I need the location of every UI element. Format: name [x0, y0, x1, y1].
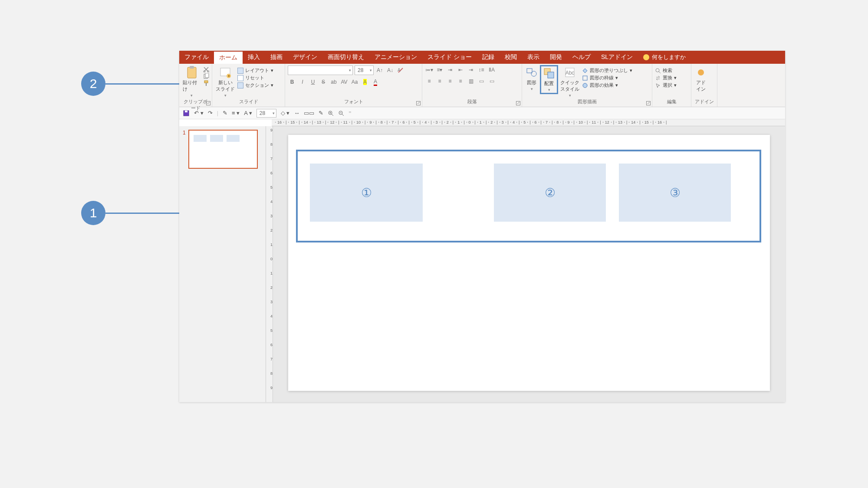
reset-button[interactable]: リセット	[237, 75, 273, 81]
align-text-button[interactable]: ▭	[477, 77, 486, 85]
tell-me-label: 何をしますか	[652, 53, 686, 61]
shape-fill-button[interactable]: 図形の塗りつぶし ▾	[582, 67, 632, 74]
quick-styles-button[interactable]: Abc クイック スタイル▾	[559, 66, 580, 98]
drawing-launcher[interactable]: ⤢	[646, 101, 651, 105]
search-icon	[655, 68, 661, 74]
underline-button[interactable]: U	[309, 78, 317, 86]
group-font: 28 A↑ A↓ A B I U S ab AV Aa A A フォント	[285, 64, 422, 107]
font-color-button[interactable]: A	[371, 78, 380, 86]
shadow-button[interactable]: ab	[329, 78, 338, 86]
tab-help[interactable]: ヘルプ	[567, 51, 596, 64]
tab-design[interactable]: デザイン	[288, 51, 322, 64]
tab-review[interactable]: 校閲	[500, 51, 522, 64]
new-slide-button[interactable]: ✦ 新しい スライド ▾	[215, 66, 236, 98]
section-icon	[237, 82, 243, 88]
cut-button[interactable]	[203, 66, 209, 72]
change-case-button[interactable]: Aa	[350, 78, 359, 86]
addins-button[interactable]: アド イン	[694, 66, 708, 93]
tab-record[interactable]: 記録	[477, 51, 500, 64]
bullets-button[interactable]: ≔▾	[425, 66, 434, 74]
slide-stage[interactable]: ① ② ③	[273, 126, 785, 402]
font-family-combo[interactable]	[288, 66, 353, 75]
qat-zoom-in[interactable]	[328, 110, 334, 116]
shapes-gallery-button[interactable]: 図形▾	[525, 66, 539, 92]
clipboard-launcher[interactable]: ⤢	[206, 101, 210, 105]
columns-button[interactable]: ▥	[467, 77, 475, 85]
arrange-button[interactable]: 配置▾	[540, 66, 558, 94]
tab-developer[interactable]: 開発	[545, 51, 567, 64]
increase-font-button[interactable]: A↑	[375, 66, 384, 75]
qat-zoom-out[interactable]	[338, 110, 344, 116]
svg-rect-0	[187, 67, 196, 78]
tab-draw[interactable]: 描画	[265, 51, 288, 64]
line-spacing-button[interactable]: ↕≡	[477, 66, 486, 74]
increase-indent-button[interactable]: ⇥	[467, 66, 475, 74]
qat-connector[interactable]: ↔	[294, 110, 299, 116]
copy-button[interactable]	[203, 73, 209, 79]
group-addins: アド イン アドイン	[691, 64, 717, 107]
qat-edit[interactable]: ✎	[319, 110, 323, 116]
shape-effects-button[interactable]: 図形の効果 ▾	[582, 82, 632, 88]
tab-view[interactable]: 表示	[522, 51, 545, 64]
list-level-button[interactable]: ⇥	[446, 66, 454, 74]
qat-shapes[interactable]: ◇ ▾	[281, 110, 290, 116]
find-button[interactable]: 検索	[655, 67, 677, 74]
align-center-button[interactable]: ≡	[435, 77, 444, 85]
qat-sep: |	[217, 110, 218, 116]
tab-file[interactable]: ファイル	[179, 51, 214, 64]
tab-home[interactable]: ホーム	[214, 51, 243, 64]
decrease-font-button[interactable]: A↓	[386, 66, 395, 75]
qat-font-size[interactable]: 28	[256, 109, 276, 118]
svg-line-26	[332, 114, 333, 116]
shape-outline-button[interactable]: 図形の枠線 ▾	[582, 75, 632, 81]
tab-slideshow[interactable]: スライド ショー	[422, 51, 477, 64]
shape-1[interactable]: ①	[310, 164, 423, 222]
qat-font-color[interactable]: A ▾	[244, 110, 252, 116]
font-launcher[interactable]: ⤢	[416, 101, 421, 105]
slide-thumbnails-pane[interactable]: 1	[179, 126, 266, 402]
group-paragraph: ≔▾ ≡▾ ⇥ ⇤ ⇥ ↕≡ ⅡA ≡ ≡ ≡ ≡ ▥ ▭ ▭	[422, 64, 522, 107]
svg-rect-18	[583, 76, 587, 80]
qat-group[interactable]: ▭▭	[304, 110, 314, 116]
decrease-indent-button[interactable]: ⇤	[456, 66, 465, 74]
bold-button[interactable]: B	[288, 78, 296, 86]
highlight-button[interactable]: A	[361, 78, 369, 86]
thumbnail-1[interactable]: 1	[183, 130, 262, 169]
ribbon-tab-bar: ファイル ホーム 挿入 描画 デザイン 画面切り替え アニメーション スライド …	[179, 51, 785, 64]
paragraph-launcher[interactable]: ⤢	[516, 101, 520, 105]
italic-button[interactable]: I	[298, 78, 307, 86]
font-size-combo[interactable]: 28	[355, 66, 374, 75]
tab-transitions[interactable]: 画面切り替え	[322, 51, 369, 64]
tell-me-search[interactable]: 何をしますか	[643, 53, 686, 61]
qat-customize[interactable]: ⁼	[349, 110, 352, 116]
slide-canvas[interactable]: ① ② ③	[288, 135, 770, 391]
format-painter-button[interactable]	[203, 80, 209, 86]
tab-insert[interactable]: 挿入	[243, 51, 265, 64]
group-clipboard-label: クリップボード	[182, 98, 209, 112]
svg-rect-7	[206, 83, 207, 86]
align-left-button[interactable]: ≡	[425, 77, 434, 85]
align-right-button[interactable]: ≡	[446, 77, 454, 85]
clear-format-button[interactable]: A	[396, 66, 405, 75]
strike-button[interactable]: S	[319, 78, 328, 86]
paste-button[interactable]: 貼り付け ▾	[182, 66, 201, 98]
section-button[interactable]: セクション ▾	[237, 82, 273, 88]
tab-animations[interactable]: アニメーション	[369, 51, 422, 64]
replace-button[interactable]: 置換 ▾	[655, 75, 677, 81]
smartart-button[interactable]: ▭	[487, 77, 496, 85]
effects-icon	[582, 82, 588, 88]
qat-align[interactable]: ≡ ▾	[232, 110, 240, 116]
group-editing: 検索 置換 ▾ 選択 ▾ 編集	[652, 64, 691, 107]
tab-sl-addin[interactable]: SLアドイン	[596, 51, 638, 64]
select-button[interactable]: 選択 ▾	[655, 82, 677, 88]
shape-2[interactable]: ②	[494, 164, 606, 222]
justify-button[interactable]: ≡	[456, 77, 465, 85]
char-spacing-button[interactable]: AV	[340, 78, 349, 86]
group-drawing: 図形▾ 配置▾ Abc クイック スタイル▾ 図形の塗りつぶし ▾ 図形の枠線 …	[522, 64, 652, 107]
layout-button[interactable]: レイアウト ▾	[237, 67, 273, 74]
qat-format-painter[interactable]: ✎	[223, 110, 227, 116]
new-slide-icon: ✦	[219, 66, 231, 79]
text-direction-button[interactable]: ⅡA	[487, 66, 496, 74]
shape-3[interactable]: ③	[619, 164, 731, 222]
numbering-button[interactable]: ≡▾	[435, 66, 444, 74]
